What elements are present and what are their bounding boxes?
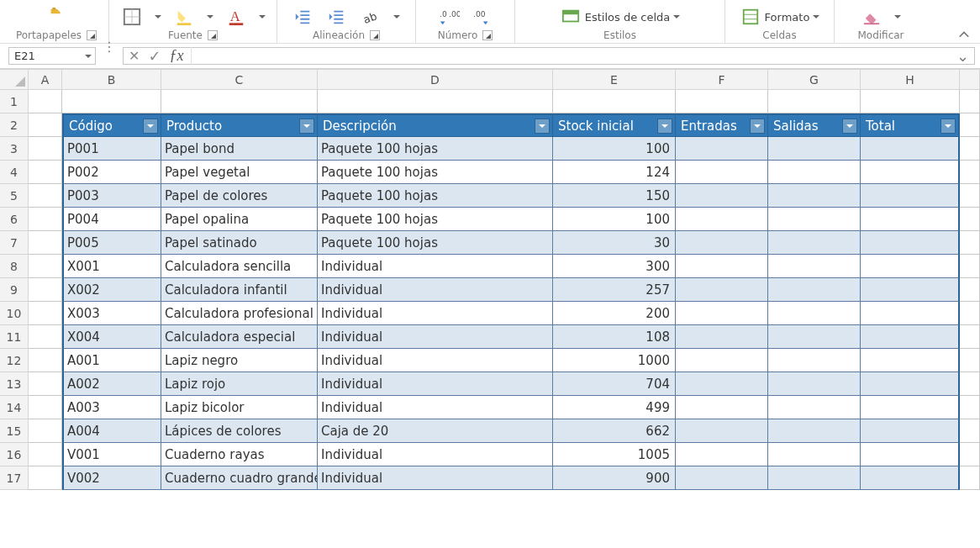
row-header[interactable]: 5 bbox=[0, 184, 29, 208]
table-cell[interactable]: V001 bbox=[62, 443, 161, 466]
table-cell[interactable] bbox=[676, 325, 768, 349]
column-header[interactable]: D bbox=[318, 70, 553, 90]
dialog-launcher-icon[interactable] bbox=[208, 30, 218, 40]
table-cell[interactable] bbox=[676, 443, 768, 466]
column-header[interactable]: G bbox=[768, 70, 861, 90]
table-cell[interactable]: Individual bbox=[318, 278, 553, 302]
table-header-cell[interactable]: Entradas bbox=[676, 113, 768, 137]
table-cell[interactable] bbox=[676, 231, 768, 255]
cell[interactable] bbox=[29, 278, 62, 302]
cell[interactable] bbox=[960, 325, 980, 349]
cell-styles-button[interactable]: Estilos de celda bbox=[560, 8, 681, 26]
table-cell[interactable] bbox=[861, 325, 960, 349]
chevron-down-icon[interactable] bbox=[207, 15, 213, 22]
table-cell[interactable] bbox=[676, 466, 768, 490]
table-cell[interactable] bbox=[861, 466, 960, 490]
cell[interactable] bbox=[29, 255, 62, 278]
spreadsheet-grid[interactable]: ABCDEFGH12CódigoProductoDescripciónStock… bbox=[0, 69, 980, 490]
table-cell[interactable] bbox=[768, 302, 861, 325]
table-cell[interactable]: Paquete 100 hojas bbox=[318, 208, 553, 231]
cell[interactable] bbox=[29, 161, 62, 184]
column-header[interactable]: H bbox=[861, 70, 960, 90]
chevron-down-icon[interactable] bbox=[894, 15, 901, 22]
table-cell[interactable]: P003 bbox=[62, 184, 161, 208]
table-cell[interactable]: P005 bbox=[62, 231, 161, 255]
collapse-ribbon-icon[interactable] bbox=[956, 28, 972, 43]
cell[interactable] bbox=[29, 113, 62, 137]
table-cell[interactable] bbox=[768, 396, 861, 419]
table-cell[interactable]: Individual bbox=[318, 396, 553, 419]
table-cell[interactable] bbox=[861, 302, 960, 325]
table-cell[interactable] bbox=[676, 278, 768, 302]
table-cell[interactable] bbox=[676, 255, 768, 278]
cell[interactable] bbox=[29, 231, 62, 255]
filter-button[interactable] bbox=[535, 119, 550, 134]
table-cell[interactable]: 662 bbox=[553, 419, 676, 443]
table-cell[interactable]: Paquete 100 hojas bbox=[318, 231, 553, 255]
cell[interactable] bbox=[960, 137, 980, 161]
cell[interactable] bbox=[960, 278, 980, 302]
cell[interactable] bbox=[676, 90, 768, 113]
row-header[interactable]: 3 bbox=[0, 137, 29, 161]
table-cell[interactable]: 100 bbox=[553, 137, 676, 161]
formula-input-area[interactable]: ✕ ✓ ƒx ⌄ bbox=[123, 47, 975, 65]
table-cell[interactable] bbox=[676, 372, 768, 396]
cell[interactable] bbox=[29, 137, 62, 161]
table-cell[interactable]: Caja de 20 bbox=[318, 419, 553, 443]
table-cell[interactable] bbox=[768, 443, 861, 466]
table-cell[interactable] bbox=[768, 419, 861, 443]
table-cell[interactable]: X003 bbox=[62, 302, 161, 325]
cell[interactable] bbox=[29, 372, 62, 396]
table-cell[interactable]: Cuaderno cuadro grande bbox=[161, 466, 318, 490]
dialog-launcher-icon[interactable] bbox=[370, 30, 380, 40]
table-cell[interactable] bbox=[861, 419, 960, 443]
table-cell[interactable]: 300 bbox=[553, 255, 676, 278]
row-header[interactable]: 16 bbox=[0, 443, 29, 466]
table-header-cell[interactable]: Descripción bbox=[318, 113, 553, 137]
table-cell[interactable]: 900 bbox=[553, 466, 676, 490]
table-cell[interactable] bbox=[861, 278, 960, 302]
row-header[interactable]: 13 bbox=[0, 372, 29, 396]
cell[interactable] bbox=[29, 184, 62, 208]
table-cell[interactable]: Papel de colores bbox=[161, 184, 318, 208]
table-cell[interactable] bbox=[861, 255, 960, 278]
cell[interactable] bbox=[29, 396, 62, 419]
chevron-down-icon[interactable] bbox=[85, 55, 92, 61]
row-header[interactable]: 14 bbox=[0, 396, 29, 419]
table-cell[interactable] bbox=[861, 161, 960, 184]
table-cell[interactable]: 150 bbox=[553, 184, 676, 208]
cell[interactable] bbox=[62, 90, 161, 113]
table-cell[interactable] bbox=[768, 325, 861, 349]
cell[interactable] bbox=[768, 90, 861, 113]
fill-color-icon[interactable] bbox=[173, 8, 195, 26]
table-cell[interactable] bbox=[861, 396, 960, 419]
cell[interactable] bbox=[553, 90, 676, 113]
row-header[interactable]: 15 bbox=[0, 419, 29, 443]
table-cell[interactable]: P001 bbox=[62, 137, 161, 161]
table-cell[interactable] bbox=[861, 184, 960, 208]
row-header[interactable]: 12 bbox=[0, 349, 29, 372]
table-cell[interactable]: A001 bbox=[62, 349, 161, 372]
fx-icon[interactable]: ƒx bbox=[170, 47, 184, 65]
cell[interactable] bbox=[318, 90, 553, 113]
row-header[interactable]: 11 bbox=[0, 325, 29, 349]
table-cell[interactable] bbox=[768, 137, 861, 161]
table-cell[interactable]: 704 bbox=[553, 372, 676, 396]
table-cell[interactable]: A002 bbox=[62, 372, 161, 396]
table-cell[interactable] bbox=[861, 208, 960, 231]
table-cell[interactable]: Individual bbox=[318, 255, 553, 278]
table-cell[interactable]: 30 bbox=[553, 231, 676, 255]
row-header[interactable]: 6 bbox=[0, 208, 29, 231]
cell[interactable] bbox=[161, 90, 318, 113]
orientation-icon[interactable]: ab bbox=[360, 8, 382, 26]
table-cell[interactable]: 124 bbox=[553, 161, 676, 184]
cell[interactable] bbox=[960, 349, 980, 372]
table-cell[interactable]: Paquete 100 hojas bbox=[318, 137, 553, 161]
cell[interactable] bbox=[960, 302, 980, 325]
table-cell[interactable] bbox=[768, 184, 861, 208]
table-cell[interactable]: Individual bbox=[318, 349, 553, 372]
table-cell[interactable]: P002 bbox=[62, 161, 161, 184]
table-cell[interactable] bbox=[768, 372, 861, 396]
row-header[interactable]: 10 bbox=[0, 302, 29, 325]
table-cell[interactable]: 257 bbox=[553, 278, 676, 302]
